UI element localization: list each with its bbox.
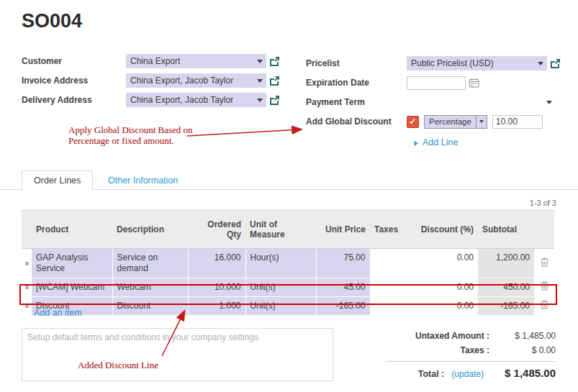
order-line-row-discount: Discount Discount 1.000 Unit(s) -165.00 … (22, 297, 554, 316)
taxes-label: Taxes : (461, 345, 489, 355)
untaxed-amount-label: Untaxed Amount : (415, 331, 489, 341)
payment-term-select[interactable] (407, 95, 556, 109)
trash-icon (541, 281, 548, 291)
header-subtotal: Subtotal (478, 211, 534, 249)
row-drag-handle[interactable] (22, 297, 32, 316)
global-discount-checkbox[interactable] (407, 116, 419, 128)
sale-order-form: SO004 Customer China Export Invoice Addr… (0, 0, 578, 392)
cell-subtotal: -165.00 (478, 297, 534, 316)
order-line-row: GAP Analysis Service Service on demand 1… (22, 249, 554, 278)
cell-unit-of-measure[interactable]: Hour(s) (245, 249, 316, 278)
header-description: Description (112, 211, 188, 249)
chevron-down-icon (476, 116, 487, 128)
header-unit-price: Unit Price (316, 211, 370, 249)
cell-taxes[interactable] (370, 249, 406, 278)
cell-unit-price[interactable]: -165.00 (316, 297, 370, 316)
cell-discount[interactable]: 0.00 (406, 249, 478, 278)
cell-ordered-qty[interactable]: 10.000 (188, 278, 245, 297)
customer-select[interactable]: China Export (126, 54, 266, 68)
expiration-date-input[interactable] (407, 76, 466, 90)
table-header-row: Product Description Ordered Qty Unit of … (22, 211, 554, 249)
cell-unit-price[interactable]: 45.00 (316, 278, 370, 297)
header-product: Product (32, 211, 112, 249)
cell-taxes[interactable] (370, 278, 406, 297)
annotation-global-discount: Apply Global Discount Based on Percentag… (68, 124, 193, 146)
header-unit-of-measure: Unit of Measure (245, 211, 316, 249)
trash-icon (541, 300, 548, 309)
form-left-column: Customer China Export Invoice Address Ch… (22, 54, 280, 112)
page-title: SO004 (22, 10, 82, 32)
expiration-date-label: Expiration Date (306, 78, 407, 88)
delete-line-button[interactable] (534, 278, 554, 297)
delivery-address-select[interactable]: China Export, Jacob Taylor (126, 93, 266, 107)
pricelist-label: Pricelist (306, 58, 407, 68)
add-line-label: Add Line (423, 137, 458, 147)
pricelist-value: Public Pricelist (USD) (411, 58, 494, 68)
trash-icon (541, 257, 548, 267)
delete-line-button[interactable] (534, 249, 554, 278)
payment-term-label: Payment Term (306, 97, 407, 107)
cell-discount[interactable]: 0.00 (406, 297, 478, 316)
discount-type-select[interactable]: Percentage (424, 115, 487, 129)
cell-product[interactable]: [WCAM] Webcam (32, 278, 112, 297)
external-link-icon[interactable] (550, 58, 561, 68)
invoice-address-select[interactable]: China Export, Jacob Taylor (126, 73, 266, 88)
header-handle (22, 211, 32, 249)
pager: 1-3 of 3 (530, 199, 556, 207)
chevron-down-icon (257, 60, 263, 63)
cell-description[interactable]: Discount (112, 297, 188, 316)
external-link-icon[interactable] (269, 76, 280, 86)
cell-ordered-qty[interactable]: 16.000 (188, 249, 245, 278)
cell-subtotal: 1,200.00 (478, 249, 534, 278)
chevron-down-icon (538, 62, 543, 65)
untaxed-amount-value: $ 1,485.00 (489, 331, 556, 341)
chevron-down-icon (546, 101, 552, 104)
discount-amount-input[interactable] (492, 115, 543, 129)
chevron-down-icon (257, 79, 263, 83)
cell-description[interactable]: Service on demand (112, 249, 188, 278)
delivery-address-label: Delivery Address (22, 95, 126, 105)
customer-value: China Export (130, 56, 180, 66)
form-right-column: Pricelist Public Pricelist (USD) Expirat… (306, 56, 561, 134)
cell-unit-price[interactable]: 75.00 (316, 249, 370, 278)
calendar-icon[interactable] (469, 78, 479, 88)
cell-subtotal: 450.00 (478, 278, 534, 297)
cell-product[interactable]: GAP Analysis Service (32, 249, 112, 278)
add-an-item-link[interactable]: Add an item (34, 308, 82, 318)
update-total-link[interactable]: (update) (451, 369, 484, 379)
total-divider (387, 361, 556, 362)
cell-discount[interactable]: 0.00 (406, 278, 478, 297)
add-line-link[interactable]: Add Line (409, 137, 458, 147)
tab-order-lines[interactable]: Order Lines (22, 170, 93, 190)
external-link-icon[interactable] (269, 95, 280, 105)
external-link-icon[interactable] (269, 56, 280, 66)
tab-other-information[interactable]: Other Information (98, 170, 188, 191)
total-value: $ 1,485.00 (487, 367, 556, 379)
cell-description[interactable]: Webcam (112, 278, 188, 297)
header-actions (534, 211, 554, 249)
global-discount-label: Add Global Discount (306, 117, 407, 127)
header-taxes: Taxes (370, 211, 406, 249)
delivery-address-value: China Export, Jacob Taylor (130, 95, 233, 105)
row-drag-handle[interactable] (22, 278, 32, 297)
delete-line-button[interactable] (534, 297, 554, 316)
cell-unit-of-measure[interactable]: Unit(s) (245, 278, 316, 297)
taxes-value: $ 0.00 (489, 345, 556, 355)
total-label: Total : (418, 369, 445, 379)
invoice-address-label: Invoice Address (22, 76, 126, 86)
totals-summary: Untaxed Amount : $ 1,485.00 Taxes : $ 0.… (387, 331, 556, 379)
invoice-address-value: China Export, Jacob Taylor (130, 76, 233, 86)
arrow-right-icon (409, 137, 419, 147)
row-drag-handle[interactable] (22, 249, 32, 278)
annotation-discount-line: Added Discount Line (78, 360, 158, 370)
header-ordered-qty: Ordered Qty (188, 211, 245, 249)
pricelist-select[interactable]: Public Pricelist (USD) (407, 56, 547, 70)
order-lines-table: Product Description Ordered Qty Unit of … (22, 210, 554, 316)
cell-taxes[interactable] (370, 297, 406, 316)
terms-and-conditions-input[interactable] (22, 328, 333, 381)
order-line-row: [WCAM] Webcam Webcam 10.000 Unit(s) 45.0… (22, 278, 554, 297)
customer-label: Customer (22, 56, 126, 66)
cell-ordered-qty[interactable]: 1.000 (188, 297, 245, 316)
cell-unit-of-measure[interactable]: Unit(s) (245, 297, 316, 316)
chevron-down-icon (257, 99, 263, 102)
